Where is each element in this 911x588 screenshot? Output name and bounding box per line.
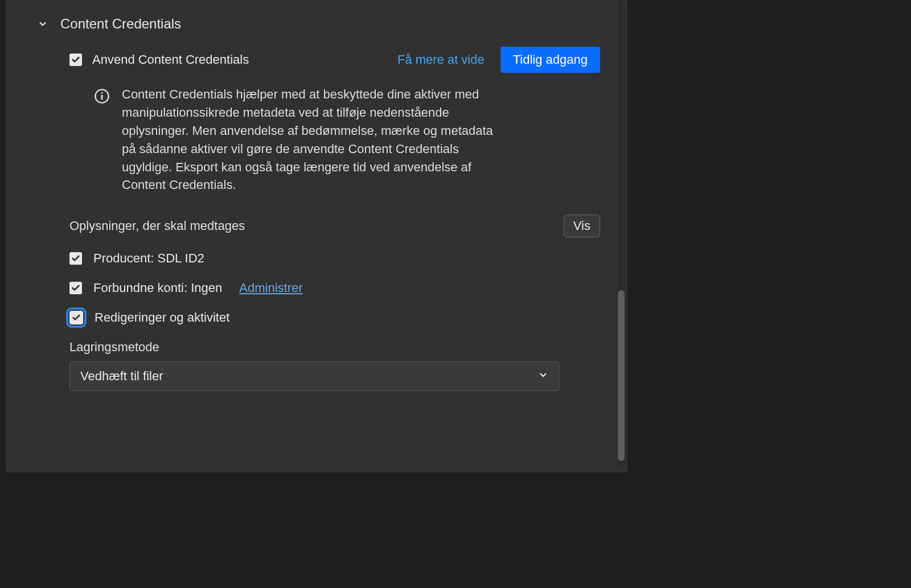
content-credentials-panel: Content Credentials Anvend Content Crede…: [6, 0, 627, 472]
producer-checkbox[interactable]: [69, 252, 82, 265]
chevron-down-icon: [38, 19, 48, 29]
show-button[interactable]: Vis: [564, 215, 600, 237]
accounts-label: Forbundne konti: Ingen: [93, 281, 222, 295]
apply-content-credentials-checkbox[interactable]: [69, 54, 82, 66]
scrollbar-thumb[interactable]: [618, 290, 625, 461]
storage-label: Lagringsmetode: [69, 340, 600, 355]
accounts-checkbox[interactable]: [69, 282, 82, 294]
include-header: Oplysninger, der skal medtages: [69, 219, 245, 233]
storage-selected-value: Vedhæft til filer: [80, 369, 163, 384]
edits-activity-checkbox[interactable]: [69, 311, 83, 324]
info-text: Content Credentials hjælper med at besky…: [122, 85, 509, 194]
storage-method-select[interactable]: Vedhæft til filer: [69, 361, 559, 391]
section-header[interactable]: Content Credentials: [38, 16, 600, 32]
apply-row: Anvend Content Credentials Få mere at vi…: [69, 47, 600, 73]
accounts-row: Forbundne konti: Ingen Administrer: [69, 281, 600, 295]
apply-label: Anvend Content Credentials: [92, 52, 249, 67]
chevron-down-icon: [538, 369, 548, 384]
info-icon: [93, 88, 110, 105]
manage-link[interactable]: Administrer: [239, 281, 302, 295]
edits-label: Redigeringer og aktivitet: [95, 310, 229, 325]
section-title: Content Credentials: [60, 16, 181, 32]
producer-label: Producent: SDL ID2: [93, 251, 204, 266]
early-access-button[interactable]: Tidlig adgang: [500, 47, 600, 73]
info-block: Content Credentials hjælper med at besky…: [93, 85, 600, 194]
learn-more-link[interactable]: Få mere at vide: [397, 52, 485, 67]
scrollbar-track[interactable]: [617, 0, 625, 467]
edits-row: Redigeringer og aktivitet: [69, 310, 600, 325]
producer-row: Producent: SDL ID2: [69, 251, 600, 266]
svg-point-2: [101, 92, 103, 94]
include-header-row: Oplysninger, der skal medtages Vis: [69, 215, 600, 237]
